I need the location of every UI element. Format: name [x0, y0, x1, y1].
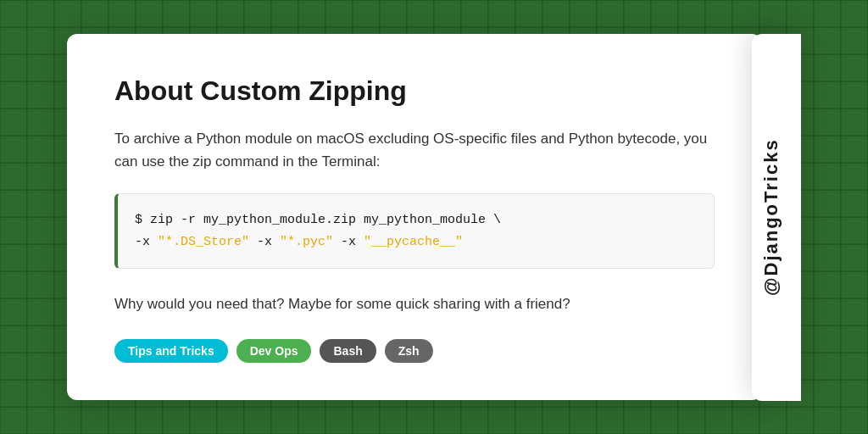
code-line-2: -x "*.DS_Store" -x "*.pyc" -x "__pycache…	[135, 231, 697, 253]
tag-tips-and-tricks[interactable]: Tips and Tricks	[114, 339, 228, 363]
main-card: About Custom Zipping To archive a Python…	[67, 34, 762, 401]
code-string-3: "__pycache__"	[364, 235, 463, 249]
code-line-1: $ zip -r my_python_module.zip my_python_…	[135, 209, 697, 231]
tag-zsh[interactable]: Zsh	[385, 339, 433, 363]
tag-bash[interactable]: Bash	[320, 339, 376, 363]
card-description: To archive a Python module on macOS excl…	[114, 127, 715, 173]
side-label: @DjangoTricks	[752, 34, 801, 401]
tags-container: Tips and Tricks Dev Ops Bash Zsh	[114, 339, 715, 363]
card-title: About Custom Zipping	[114, 75, 715, 107]
code-block: $ zip -r my_python_module.zip my_python_…	[114, 193, 715, 269]
card-question: Why would you need that? Maybe for some …	[114, 292, 715, 315]
card-wrapper: About Custom Zipping To archive a Python…	[67, 34, 801, 401]
code-string-2: "*.pyc"	[280, 235, 333, 249]
tag-devops[interactable]: Dev Ops	[236, 339, 312, 363]
code-string-1: "*.DS_Store"	[158, 235, 249, 249]
